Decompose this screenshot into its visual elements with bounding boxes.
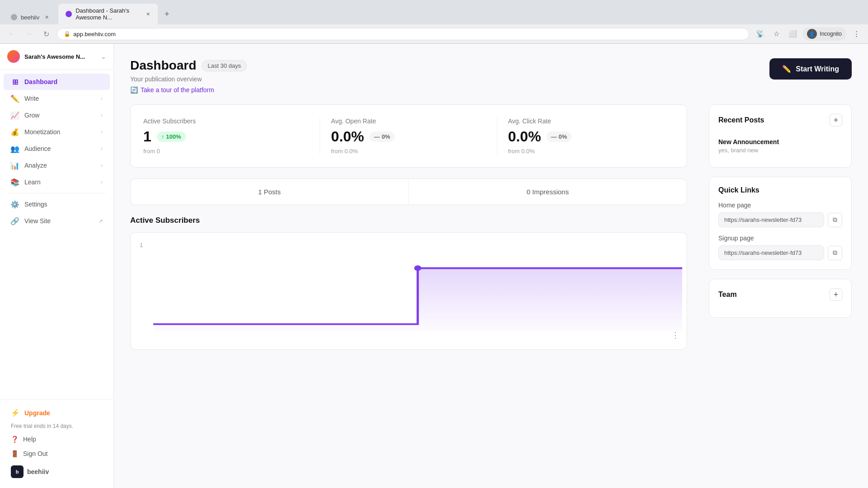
grow-chevron-icon: › — [101, 112, 103, 118]
sign-out-item[interactable]: 🚪 Sign Out — [7, 446, 106, 461]
tour-link-text: Take a tour of the platform — [141, 86, 214, 94]
avg-open-rate-badge-value: 0% — [382, 133, 390, 140]
sidebar-item-learn[interactable]: 📚 Learn › — [4, 174, 110, 190]
upgrade-link[interactable]: ⚡ Upgrade — [7, 405, 106, 421]
quick-links-card: Quick Links Home page https://sarahs-new… — [709, 177, 852, 270]
dashboard-header: Dashboard Last 30 days Your publication … — [130, 58, 852, 94]
stat-avg-click-rate: Avg. Click Rate 0.0% — 0% from 0.0% — [497, 117, 674, 155]
menu-icon[interactable]: ⋮ — [850, 28, 863, 40]
pencil-icon: ✏️ — [782, 65, 791, 73]
recent-posts-card: Recent Posts + New Announcement yes, bra… — [709, 104, 852, 168]
sidebar-item-write[interactable]: ✏️ Write › — [4, 90, 110, 107]
back-button[interactable]: ← — [5, 28, 18, 40]
avg-click-rate-value: 0.0% — [508, 128, 541, 145]
tour-icon: 🔄 — [130, 86, 138, 94]
sidebar-item-audience[interactable]: 👥 Audience › — [4, 141, 110, 157]
help-label: Help — [23, 436, 36, 443]
sidebar-item-analyze[interactable]: 📊 Analyze › — [4, 157, 110, 174]
write-icon: ✏️ — [11, 94, 19, 103]
sidebar-bottom: ⚡ Upgrade Free trial ends in 14 days. ❓ … — [0, 399, 113, 488]
active-subscribers-value-row: 1 ↑ 100% — [143, 128, 309, 145]
active-subscribers-value: 1 — [143, 128, 151, 145]
incognito-icon: 👤 — [807, 29, 817, 39]
tab-dashboard[interactable]: Dashboard - Sarah's Awesome N... ✕ — [58, 4, 158, 24]
bookmark-icon[interactable]: ☆ — [770, 28, 783, 40]
cast-icon[interactable]: 📡 — [754, 28, 766, 40]
sidebar-label-dashboard: Dashboard — [24, 78, 103, 85]
post-name: New Announcement — [718, 138, 842, 145]
address-bar: ← → ↻ 🔒 app.beehiiv.com 📡 ☆ ⬜ 👤 Incognit… — [0, 24, 868, 44]
view-site-icon: 🔗 — [11, 217, 19, 225]
trial-text: Free trial ends in 14 days. — [7, 421, 106, 432]
help-item[interactable]: ❓ Help — [7, 432, 106, 446]
team-add-button[interactable]: + — [830, 288, 842, 301]
dashboard-subtitle: Your publication overview — [130, 75, 247, 83]
dashboard-date-badge[interactable]: Last 30 days — [202, 60, 247, 71]
impressions-label: 0 Impressions — [527, 188, 569, 196]
new-tab-button[interactable]: + — [160, 8, 173, 20]
content-area: Active Subscribers 1 ↑ 100% from 0 Avg. … — [130, 104, 852, 361]
sidebar-item-settings[interactable]: ⚙️ Settings — [4, 196, 110, 212]
url-text: app.beehiiv.com — [73, 31, 116, 38]
active-subscribers-label: Active Subscribers — [143, 117, 309, 125]
tab-close-beehiiv[interactable]: ✕ — [43, 14, 50, 21]
monetization-chevron-icon: › — [101, 129, 103, 135]
copy-home-page-button[interactable]: ⧉ — [828, 213, 842, 227]
incognito-badge[interactable]: 👤 Incognito — [802, 27, 846, 41]
tab-label-dashboard: Dashboard - Sarah's Awesome N... — [75, 7, 142, 21]
publication-name: Sarah's Awesome N... — [24, 53, 96, 60]
sidebar-label-settings: Settings — [24, 201, 103, 208]
sidebar-item-view-site[interactable]: 🔗 View Site ↗ — [4, 213, 110, 229]
forward-button[interactable]: → — [23, 28, 35, 40]
home-page-url: https://sarahs-newsletter-fd73 — [718, 212, 824, 227]
avg-open-rate-value-row: 0.0% — 0% — [331, 128, 486, 145]
avg-open-rate-badge: — 0% — [369, 131, 395, 142]
tab-bar: beehiiv ✕ Dashboard - Sarah's Awesome N.… — [0, 0, 868, 24]
sidebar-item-monetization[interactable]: 💰 Monetization › — [4, 124, 110, 140]
sidebar-header[interactable]: Sarah's Awesome N... ⌄ — [0, 44, 113, 70]
recent-posts-add-button[interactable]: + — [830, 114, 842, 127]
learn-chevron-icon: › — [101, 179, 103, 185]
url-bar[interactable]: 🔒 app.beehiiv.com — [57, 28, 749, 40]
sidebar: Sarah's Awesome N... ⌄ ⊞ Dashboard ✏️ Wr… — [0, 44, 114, 488]
recent-posts-header: Recent Posts + — [718, 114, 842, 127]
active-subscribers-badge-value: 100% — [166, 133, 181, 140]
tab-label-beehiiv: beehiiv — [21, 14, 39, 21]
beehiiv-logo: b beehiiv — [7, 461, 106, 483]
dashboard-title: Dashboard — [130, 58, 196, 73]
start-writing-button[interactable]: ✏️ Start Writing — [769, 58, 852, 80]
tab-favicon-dashboard — [66, 11, 72, 17]
sidebar-item-grow[interactable]: 📈 Grow › — [4, 107, 110, 123]
avg-click-rate-from: from 0.0% — [508, 148, 663, 155]
sidebar-label-view-site: View Site — [24, 217, 92, 225]
grow-icon: 📈 — [11, 111, 19, 119]
chart-options-icon[interactable]: ⋮ — [671, 330, 679, 340]
copy-signup-page-button[interactable]: ⧉ — [828, 246, 842, 260]
tab-beehiiv[interactable]: beehiiv ✕ — [4, 10, 57, 24]
main-content: Dashboard Last 30 days Your publication … — [114, 44, 868, 488]
browser-chrome: beehiiv ✕ Dashboard - Sarah's Awesome N.… — [0, 0, 868, 44]
avg-open-rate-value: 0.0% — [331, 128, 364, 145]
avg-open-rate-label: Avg. Open Rate — [331, 117, 486, 125]
learn-icon: 📚 — [11, 178, 19, 186]
incognito-label: Incognito — [820, 31, 842, 37]
avg-click-rate-value-row: 0.0% — 0% — [508, 128, 663, 145]
chart-fill — [153, 268, 682, 331]
right-panel: Recent Posts + New Announcement yes, bra… — [698, 104, 852, 318]
stat-active-subscribers: Active Subscribers 1 ↑ 100% from 0 — [143, 117, 320, 155]
dash-icon-click: — — [551, 133, 557, 140]
reload-button[interactable]: ↻ — [40, 28, 52, 40]
sidebar-item-dashboard[interactable]: ⊞ Dashboard — [4, 74, 110, 90]
recent-posts-title: Recent Posts — [718, 116, 764, 124]
home-page-label: Home page — [718, 202, 842, 209]
profile-icon[interactable]: ⬜ — [786, 28, 799, 40]
publication-avatar — [7, 50, 20, 63]
write-chevron-icon: › — [101, 95, 103, 102]
chart-y-label: 1 — [140, 242, 143, 249]
avg-click-rate-badge: — 0% — [547, 131, 572, 142]
logo-label: beehiiv — [27, 468, 49, 475]
signup-page-label: Signup page — [718, 235, 842, 242]
tab-close-dashboard[interactable]: ✕ — [146, 10, 151, 18]
tour-link[interactable]: 🔄 Take a tour of the platform — [130, 86, 247, 94]
sidebar-label-write: Write — [24, 95, 95, 102]
